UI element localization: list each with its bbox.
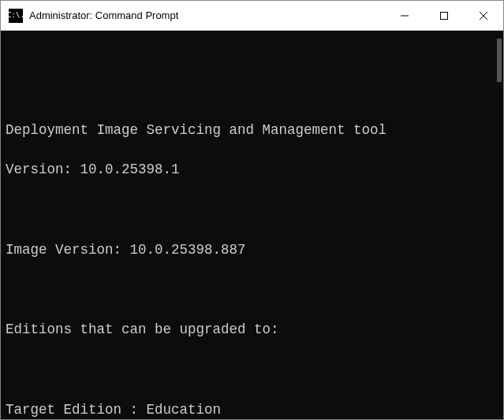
- blank-line: [6, 360, 498, 380]
- close-button[interactable]: [464, 1, 503, 30]
- edition-row: Target Edition : Education: [6, 400, 498, 419]
- image-version-value: 10.0.25398.887: [130, 242, 246, 258]
- image-version-label: Image Version:: [6, 242, 130, 258]
- terminal-output[interactable]: Deployment Image Servicing and Managemen…: [1, 31, 503, 419]
- blank-line: [6, 80, 498, 100]
- image-version-line: Image Version: 10.0.25398.887: [6, 240, 498, 260]
- editions-header: Editions that can be upgraded to:: [6, 320, 498, 340]
- svg-rect-1: [441, 12, 448, 19]
- scrollbar-thumb[interactable]: [497, 39, 502, 82]
- edition-value: Education: [147, 402, 222, 418]
- blank-line: [6, 200, 498, 220]
- dism-header: Deployment Image Servicing and Managemen…: [6, 121, 498, 140]
- window-controls: [385, 1, 503, 30]
- version-label: Version:: [6, 162, 80, 177]
- edition-prefix: Target Edition :: [6, 402, 147, 418]
- version-value: 10.0.25398.1: [80, 162, 180, 177]
- blank-line: [6, 281, 498, 300]
- maximize-icon: [439, 11, 449, 20]
- close-icon: [479, 11, 488, 20]
- titlebar[interactable]: C:\. Administrator: Command Prompt: [1, 1, 503, 31]
- maximize-button[interactable]: [424, 1, 464, 30]
- minimize-icon: [400, 11, 409, 20]
- window: C:\. Administrator: Command Prompt Deplo…: [0, 0, 504, 420]
- cmd-icon: C:\.: [9, 9, 23, 23]
- window-title: Administrator: Command Prompt: [29, 9, 178, 21]
- dism-version-line: Version: 10.0.25398.1: [6, 160, 498, 180]
- minimize-button[interactable]: [385, 1, 424, 30]
